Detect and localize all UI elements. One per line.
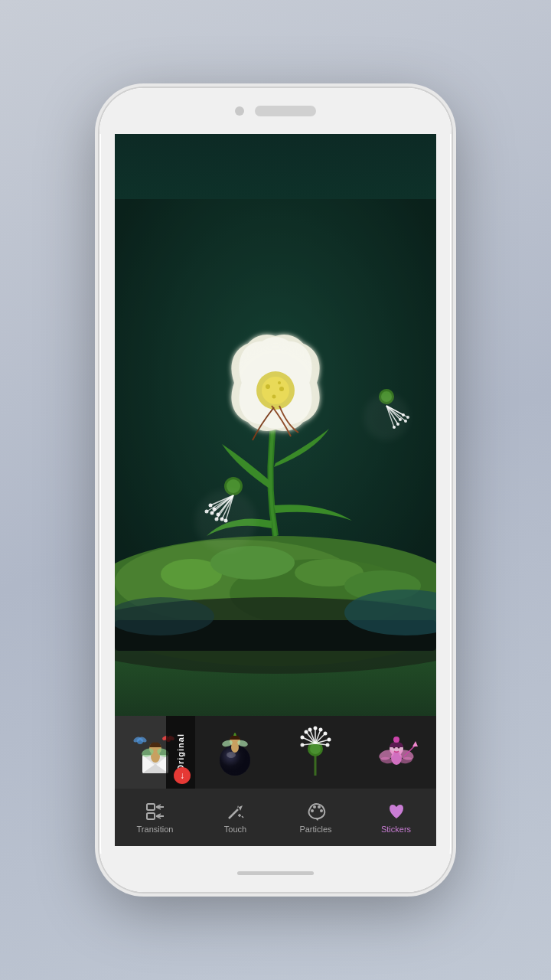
svg-point-84 — [310, 743, 321, 754]
speaker-grille — [255, 106, 316, 116]
image-area — [115, 134, 436, 716]
touch-icon — [226, 802, 246, 822]
tab-particles-label: Particles — [299, 825, 331, 834]
svg-marker-114 — [412, 741, 418, 746]
svg-point-60 — [364, 394, 409, 440]
tab-particles[interactable]: Particles — [276, 789, 356, 846]
phone-frame: Original ↓ — [99, 88, 452, 892]
svg-rect-116 — [147, 813, 155, 819]
sticker-item-orb[interactable] — [195, 716, 276, 789]
stickers-icon — [386, 802, 406, 822]
svg-point-97 — [314, 726, 318, 730]
svg-point-129 — [313, 805, 316, 808]
bottom-toolbar: Original ↓ — [115, 716, 436, 846]
sticker-strip: Original ↓ — [115, 716, 436, 789]
svg-point-107 — [393, 737, 399, 743]
front-camera — [235, 106, 244, 116]
phone-screen: Original ↓ — [115, 134, 436, 846]
svg-point-101 — [326, 743, 330, 746]
home-indicator — [237, 871, 314, 875]
tab-transition-label: Transition — [137, 825, 174, 834]
sticker-item-fairy2[interactable] — [356, 716, 436, 789]
tab-touch-label: Touch — [224, 825, 246, 834]
sticker-item-feather[interactable] — [276, 716, 356, 789]
svg-point-128 — [311, 809, 314, 812]
tab-stickers[interactable]: Stickers — [356, 789, 436, 846]
transition-icon — [145, 802, 165, 822]
nav-tabs: Transition Touch — [115, 789, 436, 846]
svg-point-99 — [324, 731, 328, 735]
svg-point-61 — [230, 345, 321, 436]
svg-point-130 — [318, 805, 321, 808]
download-arrow-icon: ↓ — [180, 771, 184, 780]
svg-rect-115 — [147, 804, 155, 810]
sticker-item-fairy1[interactable]: Original ↓ — [115, 716, 195, 789]
svg-point-102 — [301, 743, 305, 746]
particles-icon — [306, 802, 326, 822]
svg-line-127 — [242, 816, 243, 818]
svg-point-98 — [319, 727, 323, 731]
original-text: Original — [176, 733, 185, 772]
tab-transition[interactable]: Transition — [115, 789, 195, 846]
svg-point-59 — [195, 490, 256, 551]
svg-point-96 — [308, 727, 312, 731]
phone-top-bar — [99, 88, 452, 134]
tab-stickers-label: Stickers — [381, 825, 411, 834]
svg-point-94 — [305, 730, 308, 733]
phone-bottom — [99, 854, 452, 892]
svg-point-95 — [301, 735, 305, 739]
svg-line-123 — [229, 809, 238, 818]
svg-point-131 — [320, 809, 323, 812]
tab-touch[interactable]: Touch — [195, 789, 276, 846]
download-badge[interactable]: ↓ — [174, 767, 191, 784]
svg-point-100 — [328, 737, 331, 741]
svg-point-77 — [227, 752, 236, 758]
